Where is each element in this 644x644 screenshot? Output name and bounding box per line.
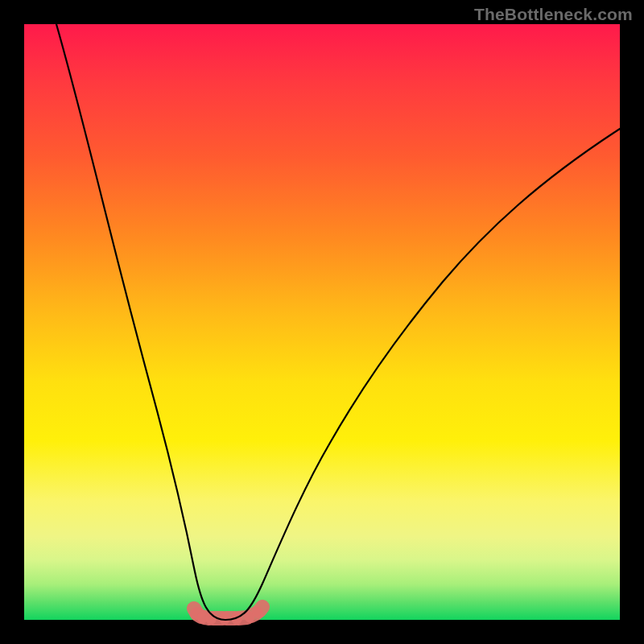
chart-svg — [24, 24, 620, 620]
watermark-text: TheBottleneck.com — [474, 5, 633, 24]
marker-segment — [259, 607, 262, 611]
bottleneck-v-curve — [56, 24, 620, 620]
plot-area — [24, 24, 620, 620]
chart-stage: TheBottleneck.com — [0, 0, 644, 644]
highlighted-markers — [194, 607, 262, 618]
